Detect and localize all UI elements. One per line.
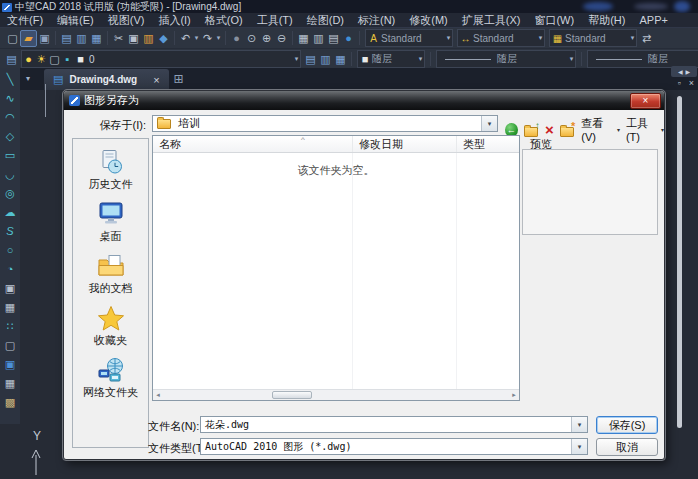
menu-view[interactable]: 视图(V) xyxy=(101,13,152,27)
linetype-select[interactable]: 随层 ▾ xyxy=(436,50,576,68)
quick-calc-icon[interactable]: ▥ xyxy=(311,30,326,46)
draw-line-icon[interactable]: ╲ xyxy=(0,70,20,89)
scroll-left-icon[interactable]: ◂ xyxy=(153,390,163,399)
tab-close-icon[interactable]: × xyxy=(153,74,159,86)
tab-scroll-left-icon[interactable]: ◀ xyxy=(678,68,683,75)
layer-previous-icon[interactable]: ▥ xyxy=(318,51,333,67)
dropdown-arrow-icon[interactable]: ▾ xyxy=(537,34,544,42)
menu-insert[interactable]: 插入(I) xyxy=(151,13,197,27)
zoom-window-icon[interactable]: ⊕ xyxy=(259,30,274,46)
new-tab-button[interactable]: ⊞ xyxy=(169,68,189,90)
draw-spline-icon[interactable]: S xyxy=(0,222,20,241)
layer-properties-icon[interactable]: ▤ xyxy=(4,51,19,67)
dropdown-arrow-icon[interactable]: ▾ xyxy=(481,116,497,131)
place-network[interactable]: 网络文件夹 xyxy=(73,357,148,400)
draw-table-icon[interactable]: ▦ xyxy=(0,374,20,393)
dropdown-arrow-icon[interactable]: ▾ xyxy=(293,55,300,63)
menu-tools[interactable]: 工具(T) xyxy=(250,13,300,27)
vertical-scrollbar[interactable] xyxy=(677,96,682,428)
file-name-input[interactable]: 花朵.dwg ▾ xyxy=(200,416,588,433)
insert-image-icon[interactable]: ▣ xyxy=(0,355,20,374)
draw-region-icon[interactable]: ▢ xyxy=(0,336,20,355)
sync-cloud-icon[interactable]: ● xyxy=(341,30,356,46)
menu-format[interactable]: 格式(O) xyxy=(198,13,250,27)
menu-edit[interactable]: 编辑(E) xyxy=(50,13,101,27)
cut-icon[interactable]: ✂ xyxy=(111,30,126,46)
column-header-name[interactable]: 名称 ^ xyxy=(153,136,353,152)
open-file-icon[interactable]: ▰ xyxy=(20,30,37,47)
zoom-realtime-icon[interactable]: ⊙ xyxy=(244,30,259,46)
properties-icon[interactable]: ▦ xyxy=(296,30,311,46)
redo-icon[interactable]: ↷ xyxy=(200,30,215,46)
horizontal-scrollbar[interactable]: ◂ ▸ xyxy=(153,389,519,400)
draw-point-icon[interactable]: ∷ xyxy=(0,317,20,336)
dropdown-arrow-icon[interactable]: ▾ xyxy=(445,34,452,42)
dropdown-arrow-icon[interactable]: ▾ xyxy=(571,417,587,432)
file-list[interactable]: 名称 ^ 修改日期 类型 该文件夹为空。 ◂ ▸ xyxy=(152,135,520,401)
tab-scroll-buttons[interactable]: ◀ ▶ xyxy=(671,66,697,77)
up-one-level-button[interactable]: ↑ xyxy=(524,123,539,137)
tools-menu-button[interactable]: 工具(T) ▾ xyxy=(626,116,664,143)
save-icon[interactable]: ▣ xyxy=(37,30,52,46)
menu-dimension[interactable]: 标注(N) xyxy=(351,13,402,27)
copy-icon[interactable]: ▣ xyxy=(126,30,141,46)
views-menu-button[interactable]: 查看(V) ▾ xyxy=(581,116,620,143)
dialog-titlebar[interactable]: 图形另存为 × xyxy=(64,91,664,110)
dropdown-arrow-icon[interactable]: ▾ xyxy=(417,55,424,63)
cancel-button[interactable]: 取消 xyxy=(596,438,658,456)
dropdown-arrow-icon[interactable]: ▾ xyxy=(571,439,587,454)
place-my-documents[interactable]: 我的文档 xyxy=(73,253,148,296)
draw-circle-icon[interactable]: ◎ xyxy=(0,184,20,203)
delete-button[interactable]: × xyxy=(545,123,554,137)
dropdown-arrow-icon[interactable]: ▾ xyxy=(568,55,575,63)
design-center-icon[interactable]: ▤ xyxy=(326,30,341,46)
dropdown-arrow-icon[interactable]: ▾ xyxy=(629,34,636,42)
draw-arc-icon[interactable]: ◠ xyxy=(0,108,20,127)
tab-list-button[interactable]: ▾ xyxy=(20,68,36,90)
place-favorites[interactable]: 收藏夹 xyxy=(73,305,148,348)
match-properties-icon[interactable]: ◆ xyxy=(156,30,171,46)
draw-ellipse-arc-icon[interactable]: ◔ xyxy=(0,260,20,279)
menu-file[interactable]: 文件(F) xyxy=(0,13,50,27)
publish-icon[interactable]: ▦ xyxy=(89,30,104,46)
pan-icon[interactable]: ● xyxy=(229,30,244,46)
table-style-select[interactable]: ▦ Standard ▾ xyxy=(549,29,637,47)
place-desktop[interactable]: 桌面 xyxy=(73,201,148,244)
file-type-select[interactable]: AutoCAD 2010 图形 (*.dwg) ▾ xyxy=(200,438,588,455)
draw-polygon-icon[interactable]: ◇ xyxy=(0,127,20,146)
menu-modify[interactable]: 修改(M) xyxy=(402,13,455,27)
save-in-combobox[interactable]: 培训 ▾ xyxy=(152,115,498,132)
layer-select[interactable]: ● ☀ ▢ ▪ ■ 0 ▾ xyxy=(21,50,301,68)
tab-drawing4[interactable]: ▤ Drawing4.dwg × xyxy=(44,69,169,90)
undo-dropdown-icon[interactable]: ▾ xyxy=(193,34,200,42)
scrollbar-thumb[interactable] xyxy=(272,391,312,399)
dim-style-select[interactable]: ↔ Standard ▾ xyxy=(457,29,545,47)
paste-icon[interactable]: ▥ xyxy=(141,30,156,46)
save-button[interactable]: 保存(S) xyxy=(596,416,658,434)
scroll-right-icon[interactable]: ▸ xyxy=(509,390,519,399)
menu-app-plus[interactable]: APP+ xyxy=(632,13,674,27)
column-header-type[interactable]: 类型 xyxy=(457,136,519,152)
transfer-icon[interactable]: ⇄ xyxy=(639,30,654,46)
text-style-select[interactable]: A Standard ▾ xyxy=(365,29,453,47)
mdi-close-button[interactable]: × xyxy=(689,77,694,89)
redo-dropdown-icon[interactable]: ▾ xyxy=(215,34,222,42)
draw-ellipse-icon[interactable]: ○ xyxy=(0,241,20,260)
place-history[interactable]: 历史文件 xyxy=(73,149,148,192)
tab-scroll-right-icon[interactable]: ▶ xyxy=(686,68,691,75)
draw-arc2-icon[interactable]: ◡ xyxy=(0,165,20,184)
undo-icon[interactable]: ↶ xyxy=(178,30,193,46)
menu-help[interactable]: 帮助(H) xyxy=(581,13,632,27)
draw-polyline-icon[interactable]: ∿ xyxy=(0,89,20,108)
color-select[interactable]: ■ 随层 ▾ xyxy=(357,50,425,68)
draw-rectangle-icon[interactable]: ▭ xyxy=(0,146,20,165)
menu-express-tools[interactable]: 扩展工具(X) xyxy=(455,13,528,27)
make-block-icon[interactable]: ▦ xyxy=(0,298,20,317)
column-header-modified[interactable]: 修改日期 xyxy=(353,136,457,152)
zoom-previous-icon[interactable]: ⊖ xyxy=(274,30,289,46)
new-file-icon[interactable]: ▢ xyxy=(5,30,20,46)
mdi-restore-button[interactable]: ▫ xyxy=(678,77,681,89)
draw-revcloud-icon[interactable]: ☁ xyxy=(0,203,20,222)
menu-draw[interactable]: 绘图(D) xyxy=(300,13,351,27)
dialog-close-button[interactable]: × xyxy=(630,93,661,109)
